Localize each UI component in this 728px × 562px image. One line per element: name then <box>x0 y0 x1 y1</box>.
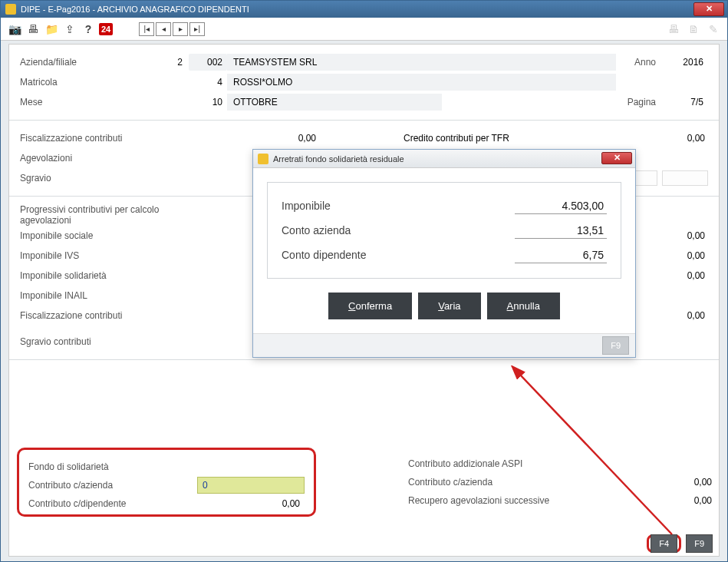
anno-value: 2016 <box>662 54 708 71</box>
fondo-dip-label: Contributo c/dipendente <box>28 498 197 509</box>
azienda-label: Azienda/filiale <box>20 57 143 68</box>
imp-sociale-rval: 0,00 <box>654 230 708 241</box>
modal-close-button[interactable]: ✕ <box>601 152 632 164</box>
aspi-recupero-label: Recupero agevolazioni successive <box>408 495 549 506</box>
header-section: Azienda/filiale 2 002 TEAMSYSTEM SRL Ann… <box>9 45 719 121</box>
imp-solid-rval: 0,00 <box>654 270 708 281</box>
annulla-button[interactable]: AAnnullannulla <box>487 293 560 319</box>
fondo-azienda-input[interactable]: 0 <box>197 477 305 494</box>
edit-icon[interactable]: ✎ <box>706 21 721 37</box>
imp-ivs-label: Imponibile IVS <box>20 250 204 261</box>
matricola-num: 4 <box>189 74 227 91</box>
f9-button[interactable]: F9 <box>686 534 713 553</box>
footer-keys: F4 F9 <box>647 534 713 553</box>
help-icon[interactable]: ? <box>81 21 96 37</box>
prog-title: Progressivi contributivi per calcolo age… <box>20 204 204 226</box>
main-window: DIPE - E-Pag2016 - ARCHIVIO ANAGRAFICO D… <box>0 0 728 562</box>
modal-panel: Imponibile 4.503,00 Conto azienda 13,51 … <box>267 182 621 279</box>
aspi-recupero-val: 0,00 <box>661 495 715 506</box>
matricola-name: ROSSI*OLMO <box>227 74 616 91</box>
nav-first-icon[interactable]: |◂ <box>139 22 154 36</box>
modal-f9-button[interactable]: F9 <box>602 336 629 355</box>
nav-prev-icon[interactable]: ◂ <box>156 22 171 36</box>
modal-title: Arretrati fondo solidarietà residuale <box>273 154 404 164</box>
fondo-box: Fondo di solidarietà Contributo c/aziend… <box>17 448 316 517</box>
modal-azienda-val[interactable]: 13,51 <box>515 223 607 239</box>
badge-24[interactable]: 24 <box>99 23 113 35</box>
sgravio-input-2[interactable] <box>662 170 708 186</box>
folder-icon[interactable]: 📁 <box>44 21 59 37</box>
mese-label: Mese <box>20 97 143 107</box>
f4-button[interactable]: F4 <box>651 534 677 553</box>
modal-buttons: CConfermaonferma VVariaaria AAnnullannul… <box>267 293 621 319</box>
anno-label: Anno <box>616 57 662 68</box>
titlebar: DIPE - E-Pag2016 - ARCHIVIO ANAGRAFICO D… <box>1 1 727 18</box>
camera-icon[interactable]: 📷 <box>7 21 22 37</box>
imp-ivs-rval: 0,00 <box>654 250 708 261</box>
sgravio-label: Sgravio <box>20 173 127 183</box>
aspi-title: Contributo addizionale ASPI <box>408 458 522 469</box>
print-icon[interactable]: 🖶 <box>25 21 41 37</box>
azienda-num2: 002 <box>189 54 227 71</box>
aspi-section: Contributo addizionale ASPI Contributo c… <box>408 455 715 510</box>
modal-azienda-label: Conto azienda <box>282 224 351 236</box>
nav-last-icon[interactable]: ▸| <box>189 22 205 36</box>
modal-imponibile-val[interactable]: 4.503,00 <box>515 198 607 214</box>
modal-titlebar: Arretrati fondo solidarietà residuale ✕ <box>253 150 635 168</box>
sgravio-contr-label: Sgravio contributi <box>20 336 204 347</box>
modal-app-icon <box>258 154 268 164</box>
doc-icon[interactable]: 🗎 <box>686 21 701 37</box>
toolbar: 📷 🖶 📁 ⇪ ? 24 |◂ ◂ ▸ ▸| 🖶 🗎 ✎ <box>1 18 727 41</box>
modal-dialog: Arretrati fondo solidarietà residuale ✕ … <box>252 149 636 358</box>
upload-icon[interactable]: ⇪ <box>62 21 77 37</box>
fondo-dip-input[interactable]: 0,00 <box>197 496 305 511</box>
aspi-azienda-label: Contributo c/azienda <box>408 477 492 488</box>
credito-label: Credito contributi per TFR <box>404 133 509 144</box>
varia-button[interactable]: VVariaaria <box>418 293 480 319</box>
print2-icon[interactable]: 🖶 <box>666 21 681 37</box>
fisc-contr-rval: 0,00 <box>654 310 708 321</box>
fiscalizzazione-val: 0,00 <box>204 133 319 144</box>
imp-inail-label: Imponibile INAIL <box>20 290 204 301</box>
aspi-azienda-val: 0,00 <box>661 477 715 488</box>
close-button[interactable]: ✕ <box>693 2 724 16</box>
azienda-name: TEAMSYSTEM SRL <box>227 54 616 71</box>
modal-dip-label: Conto dipendente <box>282 249 367 261</box>
sgravio-input-1[interactable] <box>634 170 657 186</box>
app-icon <box>5 4 16 15</box>
agevolazioni-label: Agevolazioni <box>20 153 204 164</box>
record-nav: |◂ ◂ ▸ ▸| <box>139 22 205 36</box>
imp-solid-label: Imponibile solidarietà <box>20 270 204 281</box>
azienda-num1: 2 <box>143 57 189 68</box>
modal-dip-val[interactable]: 6,75 <box>515 247 607 263</box>
mese-name: OTTOBRE <box>227 94 442 111</box>
modal-footer: F9 <box>253 333 635 357</box>
fiscalizzazione-label: Fiscalizzazione contributi <box>20 133 204 144</box>
fisc-contr-label: Fiscalizzazione contributi <box>20 310 204 321</box>
conferma-button[interactable]: CConfermaonferma <box>328 293 412 319</box>
modal-imponibile-label: Imponibile <box>282 200 331 212</box>
modal-body: Imponibile 4.503,00 Conto azienda 13,51 … <box>253 168 635 333</box>
pagina-label: Pagina <box>616 97 662 107</box>
mese-num: 10 <box>189 94 227 111</box>
credito-val: 0,00 <box>654 133 708 144</box>
imp-sociale-label: Imponibile sociale <box>20 230 204 241</box>
pagina-value: 7/5 <box>662 94 708 111</box>
f4-highlight: F4 <box>647 534 681 553</box>
fondo-azienda-label: Contributo c/azienda <box>28 480 197 491</box>
nav-next-icon[interactable]: ▸ <box>173 22 188 36</box>
window-title: DIPE - E-Pag2016 - ARCHIVIO ANAGRAFICO D… <box>21 5 249 14</box>
fondo-title: Fondo di solidarietà <box>28 461 109 472</box>
matricola-label: Matricola <box>20 77 143 88</box>
